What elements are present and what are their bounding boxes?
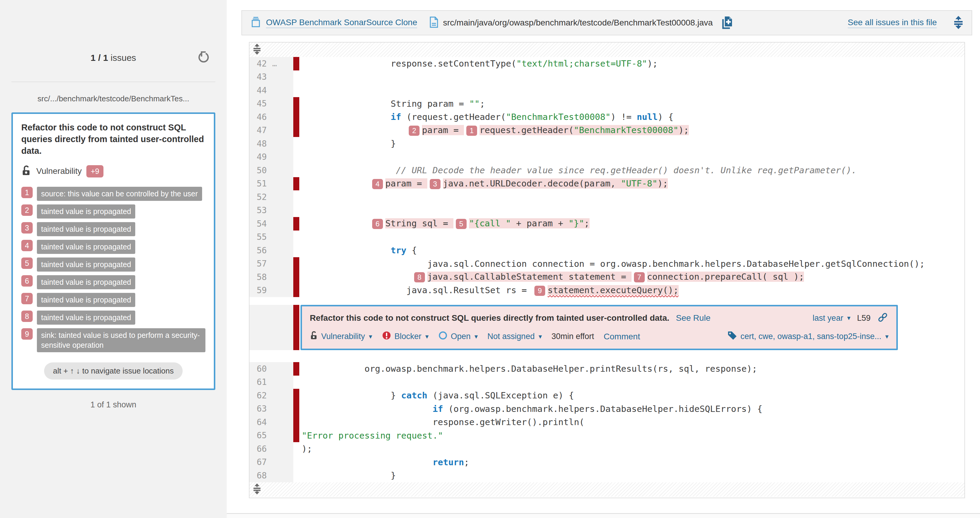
code-text: 2param = 1request.getHeader("BenchmarkTe…	[299, 125, 689, 136]
line-number[interactable]: 67	[250, 456, 293, 469]
line-number[interactable]: 66	[250, 442, 293, 456]
location-badge[interactable]: 1	[21, 187, 33, 198]
line-number[interactable]: 43	[250, 70, 293, 84]
location-text[interactable]: tainted value is propagated	[37, 222, 135, 236]
line-number[interactable]: 44	[250, 84, 293, 97]
line-number[interactable]: 53	[250, 204, 293, 217]
assignee-dropdown[interactable]: Not assigned	[487, 332, 542, 341]
location-text[interactable]: tainted value is propagated	[37, 293, 135, 307]
issue-type-row: Vulnerability +9	[21, 165, 205, 178]
location-badge[interactable]: 9	[535, 286, 545, 296]
line-number[interactable]: 58	[250, 270, 293, 284]
issue-age-dropdown[interactable]: last year	[813, 313, 850, 323]
location-badge[interactable]: 6	[372, 219, 383, 229]
location-badge[interactable]: 2	[409, 126, 420, 136]
severity-dropdown[interactable]: Blocker	[382, 331, 428, 342]
issue-gutter-bar	[293, 389, 299, 402]
issue-gutter-bar	[293, 305, 299, 350]
code-line: 53	[250, 204, 964, 217]
line-number[interactable]: 68	[250, 469, 293, 482]
open-status-icon	[438, 331, 448, 342]
line-number[interactable]: 42…	[250, 57, 293, 70]
code-line: 54 6String sql = 5"{call " + param + "}"…	[250, 217, 964, 230]
code-line: 46 if (request.getHeader("BenchmarkTest0…	[250, 110, 964, 124]
location-text[interactable]: tainted value is propagated	[37, 240, 135, 254]
permalink-icon[interactable]	[877, 312, 889, 324]
see-rule-link[interactable]: See Rule	[676, 313, 710, 323]
locations-count-badge[interactable]: +9	[86, 165, 103, 178]
line-number[interactable]: 60	[250, 362, 293, 376]
line-number[interactable]: 59	[250, 284, 293, 297]
project-link[interactable]: OWASP Benchmark SonarSource Clone	[266, 18, 417, 28]
location-badge[interactable]: 1	[466, 126, 477, 136]
line-number[interactable]: 56	[250, 244, 293, 257]
line-number[interactable]: 47	[250, 124, 293, 137]
folded-code-ellipsis[interactable]: …	[272, 59, 278, 68]
line-number[interactable]: 45	[250, 97, 293, 111]
line-number[interactable]: 48	[250, 137, 293, 151]
code-text: String param = "";	[299, 99, 485, 109]
location-text[interactable]: sink: tainted value is used to perform a…	[37, 328, 205, 352]
issue-gutter-bar	[293, 429, 299, 442]
issue-gutter-bar	[293, 362, 299, 376]
location-badge[interactable]: 4	[372, 179, 383, 189]
issue-gutter-bar	[293, 124, 299, 137]
issue-type-dropdown[interactable]: Vulnerability	[310, 331, 372, 343]
line-number[interactable]: 64	[250, 415, 293, 429]
code-line: 61	[250, 376, 964, 389]
inline-issue-box[interactable]: Refactor this code to not construct SQL …	[301, 305, 898, 350]
location-badge[interactable]: 8	[414, 272, 425, 282]
inline-issue-title: Refactor this code to not construct SQL …	[310, 313, 669, 323]
code-line: 44	[250, 84, 964, 97]
location-badge[interactable]: 9	[21, 328, 33, 340]
expand-below-bar[interactable]	[250, 482, 964, 497]
line-number[interactable]: 62	[250, 389, 293, 402]
line-number[interactable]: 57	[250, 257, 293, 271]
gutter-spacer	[250, 305, 293, 350]
issue-card[interactable]: Refactor this code to not construct SQL …	[11, 113, 215, 390]
location-badge[interactable]: 7	[634, 272, 645, 282]
location-text[interactable]: source: this value can be controlled by …	[37, 187, 202, 201]
location-text[interactable]: tainted value is propagated	[37, 257, 135, 272]
issue-gutter-bar	[293, 230, 299, 244]
location-badge[interactable]: 3	[430, 179, 441, 189]
line-number[interactable]: 51	[250, 177, 293, 191]
expand-above-bar[interactable]	[250, 43, 964, 57]
code-line: 45 String param = "";	[250, 97, 964, 111]
location-badge[interactable]: 5	[456, 219, 467, 229]
see-all-issues-link[interactable]: See all issues in this file	[848, 18, 937, 28]
reload-button[interactable]	[197, 51, 210, 66]
code-line: 48 }	[250, 137, 964, 151]
line-number[interactable]: 49	[250, 151, 293, 164]
line-number[interactable]: 63	[250, 402, 293, 416]
tag-icon	[727, 331, 737, 343]
location-badge[interactable]: 8	[21, 311, 33, 322]
issue-gutter-bar	[293, 270, 299, 284]
tags-dropdown[interactable]: cert, cwe, owasp-a1, sans-top25-inse...	[727, 331, 889, 343]
location-badge[interactable]: 3	[21, 222, 33, 234]
location-badge[interactable]: 5	[21, 257, 33, 269]
issue-location-row: 9sink: tainted value is used to perform …	[21, 328, 205, 352]
location-badge[interactable]: 2	[21, 205, 33, 216]
copy-file-path-button[interactable]	[720, 15, 733, 30]
code-line: 50 // URL Decode the header value since …	[250, 164, 964, 177]
issue-title[interactable]: Refactor this code to not construct SQL …	[21, 122, 205, 157]
issue-location-row: 7tainted value is propagated	[21, 293, 205, 307]
expand-file-button[interactable]	[953, 16, 964, 30]
location-badge[interactable]: 4	[21, 240, 33, 251]
comment-link[interactable]: Comment	[604, 332, 640, 342]
line-number[interactable]: 55	[250, 230, 293, 244]
location-text[interactable]: tainted value is propagated	[37, 311, 135, 325]
location-text[interactable]: tainted value is propagated	[37, 205, 135, 219]
line-number[interactable]: 50	[250, 164, 293, 177]
line-number[interactable]: 46	[250, 110, 293, 124]
status-dropdown[interactable]: Open	[438, 331, 478, 342]
line-number[interactable]: 52	[250, 191, 293, 204]
issue-gutter-bar	[293, 442, 299, 456]
location-text[interactable]: tainted value is propagated	[37, 275, 135, 289]
location-badge[interactable]: 7	[21, 293, 33, 304]
line-number[interactable]: 61	[250, 376, 293, 389]
line-number[interactable]: 54	[250, 217, 293, 230]
location-badge[interactable]: 6	[21, 275, 33, 287]
line-number[interactable]: 65	[250, 429, 293, 442]
